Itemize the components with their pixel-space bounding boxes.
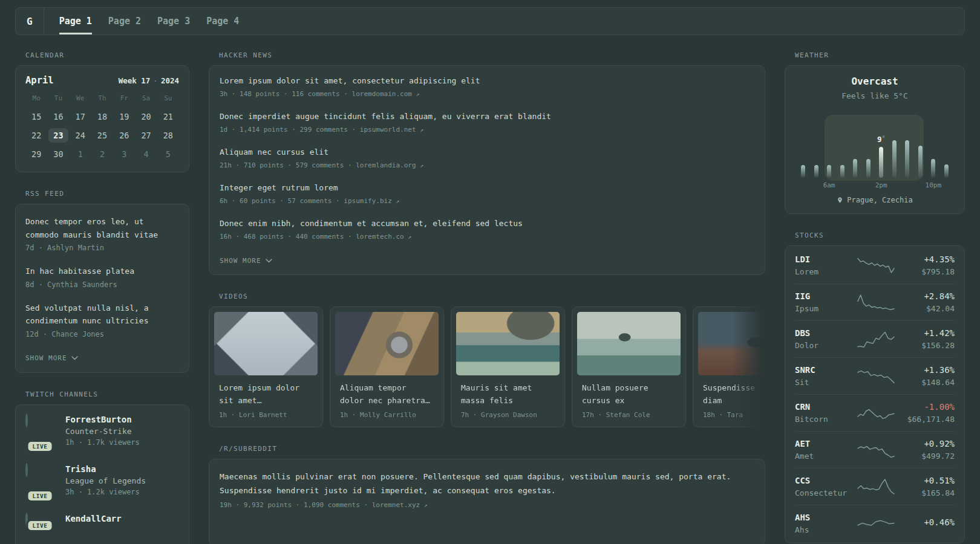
left-column: CALENDAR April Week 17·2024 MoTuWeThFrSa… (15, 51, 189, 544)
hackernews-show-more-button[interactable]: SHOW MORE (220, 257, 272, 265)
video-card[interactable]: Suspendisse diam 18h · Tara (693, 306, 765, 427)
video-thumbnail (698, 312, 765, 375)
video-thumbnail (577, 312, 681, 375)
weather-hourly-chart: 6am (801, 123, 949, 178)
stock-row[interactable]: DBS Dolor +1.42% $156.28 (795, 320, 955, 357)
stock-row[interactable]: AHS Ahs +0.46% (795, 505, 955, 542)
calendar-day: 27 (135, 126, 157, 144)
chevron-down-icon (71, 356, 78, 360)
video-title: Mauris sit amet massa felis (461, 381, 555, 407)
live-badge: LIVE (28, 442, 52, 451)
stock-name: Lorem (795, 267, 855, 276)
calendar-day: 4 (135, 144, 157, 163)
current-temp-label: 9° (877, 135, 886, 144)
post-domain-link[interactable]: loremnet.xyz ↗ (372, 501, 428, 509)
stock-row[interactable]: CRN Bitcorn -1.00% $66,171.48 (795, 394, 955, 431)
stock-sparkline (855, 402, 897, 424)
calendar-day: 22 (25, 126, 47, 144)
calendar-year: 2024 (161, 76, 179, 85)
nav-tab[interactable]: Page 3 (157, 8, 190, 34)
calendar-day: 18 (91, 107, 113, 126)
stock-sparkline (855, 291, 897, 313)
story-domain-link[interactable]: loremdomain.com ↗ (352, 90, 420, 98)
calendar-day: 26 (113, 126, 135, 144)
weather-widget: WEATHER Overcast Feels like 5°C (785, 51, 965, 214)
rss-item: Sed volutpat nulla nisl, a condimentum n… (25, 302, 179, 338)
story-meta: 6h · 60 points · 57 comments · ipsumify.… (220, 197, 754, 205)
temperature-bar (827, 165, 831, 178)
story-meta: 21h · 710 points · 579 comments · loreml… (220, 161, 754, 169)
location-pin-icon (837, 196, 843, 204)
calendar-day: 5 (157, 144, 179, 163)
rss-item-title[interactable]: Donec tempor eros leo, ut commodo mauris… (25, 215, 179, 241)
calendar-day: 15 (25, 107, 47, 126)
stock-name: Sit (795, 378, 855, 387)
calendar-section-label: CALENDAR (25, 51, 189, 59)
story-domain-link[interactable]: loremtech.co ↗ (356, 233, 411, 241)
stock-symbol: SNRC (795, 365, 855, 375)
nav-tab[interactable]: Page 4 (206, 8, 239, 34)
rss-show-more-button[interactable]: SHOW MORE (25, 354, 78, 362)
calendar-day: 21 (157, 107, 179, 126)
video-meta: 7h · Grayson Dawson (461, 411, 555, 419)
hackernews-widget: HACKER NEWS Lorem ipsum dolor sit amet, … (209, 51, 765, 275)
external-link-icon: ↗ (408, 233, 411, 240)
stocks-widget: STOCKS LDI Lorem +4.35% $795.18 (785, 232, 965, 543)
stock-name: Dolor (795, 341, 855, 350)
hackernews-section-label: HACKER NEWS (219, 51, 765, 59)
right-column: WEATHER Overcast Feels like 5°C (785, 51, 965, 544)
rss-item-title[interactable]: In hac habitasse platea (25, 265, 179, 278)
story-domain-link[interactable]: ipsumworld.net ↗ (360, 126, 423, 134)
calendar-week: Week 17·2024 (119, 76, 179, 85)
stock-sparkline (855, 513, 897, 534)
twitch-channel-row[interactable]: LIVE ForrestBurton Counter-Strike 1h · 1… (25, 415, 179, 447)
calendar-card: April Week 17·2024 MoTuWeThFrSaSu 15 16 … (15, 65, 189, 172)
calendar-day: 16 (47, 107, 69, 126)
stock-name: Ahs (795, 525, 855, 534)
stock-row[interactable]: CCS Consectetur +0.51% $165.84 (795, 468, 955, 505)
stock-sparkline (855, 365, 897, 387)
twitch-widget: TWITCH CHANNELS LIVE ForrestBurton Count… (15, 390, 189, 544)
twitch-channel-row[interactable]: LIVE KendallCarr (25, 514, 179, 526)
post-title-link[interactable]: Maecenas mollis pulvinar erat non posuer… (220, 470, 754, 497)
story-domain-link[interactable]: ipsumify.biz ↗ (344, 197, 399, 205)
stock-row[interactable]: AET Amet +0.92% $499.72 (795, 431, 955, 468)
stock-row[interactable]: IIG Ipsum +2.84% $42.04 (795, 283, 955, 320)
weather-section-label: WEATHER (795, 51, 965, 59)
stock-change: +0.92% (897, 439, 955, 448)
stock-row[interactable]: LDI Lorem +4.35% $795.18 (795, 247, 955, 283)
calendar-day: 23 (47, 126, 69, 144)
temperature-bar (866, 159, 871, 178)
story-meta: 1d · 1,414 points · 299 comments · ipsum… (220, 126, 754, 134)
stock-price: $42.04 (897, 304, 955, 313)
video-card[interactable]: Aliquam tempor dolor nec pharetra… 1h · … (330, 306, 444, 427)
story-title-link[interactable]: Donec enim nibh, condimentum et accumsan… (220, 218, 754, 229)
story-domain-link[interactable]: loremlandia.org ↗ (356, 161, 423, 169)
video-card[interactable]: Nullam posuere cursus ex 17h · Stefan Co… (572, 306, 686, 427)
temperature-bar (931, 159, 935, 178)
channel-game: Counter-Strike (65, 427, 140, 436)
video-card[interactable]: Mauris sit amet massa felis 7h · Grayson… (451, 306, 565, 427)
stock-row[interactable]: SNRC Sit +1.36% $148.64 (795, 357, 955, 394)
stock-change: +4.35% (897, 254, 955, 264)
hackernews-card: Lorem ipsum dolor sit amet, consectetur … (209, 65, 765, 275)
calendar-widget: CALENDAR April Week 17·2024 MoTuWeThFrSa… (15, 51, 189, 172)
story-title-link[interactable]: Aliquam nec cursus elit (220, 147, 754, 158)
separator-dot: · (153, 76, 158, 85)
video-card[interactable]: Lorem ipsum dolor sit amet consectetu… 1… (209, 306, 323, 427)
stock-name: Ipsum (795, 304, 855, 313)
stock-sparkline (855, 439, 897, 461)
weekday-label: We (70, 94, 91, 102)
twitch-channel-row[interactable]: LIVE Trisha League of Legends 3h · 1.2k … (25, 464, 179, 496)
nav-tab[interactable]: Page 1 (59, 8, 92, 34)
app-logo[interactable]: G (27, 8, 44, 34)
nav-tab[interactable]: Page 2 (108, 8, 141, 34)
hackernews-item: Integer eget rutrum lorem 6h · 60 points… (220, 183, 754, 205)
hackernews-list: Lorem ipsum dolor sit amet, consectetur … (220, 76, 754, 241)
story-title-link[interactable]: Integer eget rutrum lorem (220, 183, 754, 193)
video-thumbnail (456, 312, 560, 375)
weekday-label: Fr (113, 94, 135, 102)
story-title-link[interactable]: Donec imperdiet augue tincidunt felis al… (220, 111, 754, 122)
story-title-link[interactable]: Lorem ipsum dolor sit amet, consectetur … (220, 76, 754, 86)
rss-item-title[interactable]: Sed volutpat nulla nisl, a condimentum n… (25, 302, 179, 328)
